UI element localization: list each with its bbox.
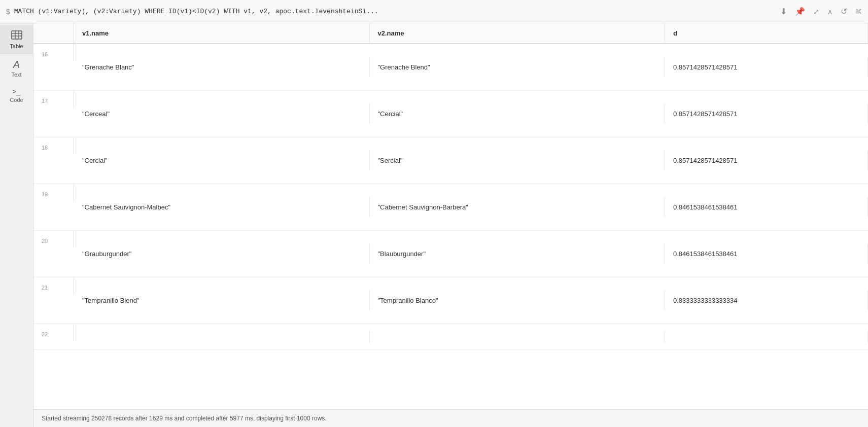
- download-icon[interactable]: ⬇: [780, 8, 787, 16]
- row-v1name: "Cercial": [74, 151, 370, 170]
- row-d: 0.8571428571428571: [665, 104, 868, 124]
- row-v2name: "Sercial": [370, 151, 666, 170]
- row-number: 22: [33, 324, 74, 341]
- row-d: 0.8333333333333334: [665, 291, 868, 310]
- table-row: 16 "Grenache Blanc" "Grenache Blend" 0.8…: [33, 44, 868, 91]
- row-v1name: "Tempranillo Blend": [74, 291, 370, 310]
- svg-rect-0: [12, 31, 22, 39]
- row-v1name: "Cabernet Sauvignon-Malbec": [74, 197, 370, 217]
- text-icon: A: [13, 59, 20, 69]
- row-d: 0.8571428571428571: [665, 57, 868, 77]
- row-d: 0.8461538461538461: [665, 244, 868, 264]
- table-icon: [11, 30, 22, 41]
- row-v2name: [370, 331, 666, 343]
- status-bar: Started streaming 250278 records after 1…: [33, 409, 868, 427]
- top-bar-actions: ⬇ 📌 ⤢ ∧ ↺ ✕: [780, 8, 862, 16]
- header-rownum: [33, 23, 74, 43]
- sidebar-table-label: Table: [10, 43, 23, 49]
- row-v1name: "Grauburgunder": [74, 244, 370, 264]
- table-body[interactable]: 16 "Grenache Blanc" "Grenache Blend" 0.8…: [33, 44, 868, 409]
- sidebar-item-code[interactable]: >_ Code: [0, 83, 33, 108]
- table-header: v1.name v2.name d: [33, 23, 868, 44]
- refresh-icon[interactable]: ↺: [841, 8, 847, 16]
- sidebar-code-label: Code: [10, 97, 23, 103]
- row-v2name: "Tempranillo Blanco": [370, 291, 666, 310]
- row-d: [665, 331, 868, 343]
- dollar-sign: $: [6, 8, 10, 16]
- row-number: 19: [33, 184, 74, 201]
- row-v2name: "Cercial": [370, 104, 666, 124]
- row-number: 16: [33, 44, 74, 61]
- row-number: 17: [33, 91, 74, 108]
- row-v1name: "Grenache Blanc": [74, 57, 370, 77]
- sidebar-item-table[interactable]: Table: [0, 25, 33, 54]
- status-text: Started streaming 250278 records after 1…: [42, 415, 327, 422]
- row-number: 20: [33, 231, 74, 248]
- header-v1name: v1.name: [74, 23, 370, 43]
- row-number: 18: [33, 137, 74, 155]
- table-row: 17 "Cerceal" "Cercial" 0.857142857142857…: [33, 91, 868, 137]
- pin-icon[interactable]: 📌: [795, 8, 805, 16]
- corner-indicator: [856, 10, 860, 14]
- sidebar-text-label: Text: [11, 72, 21, 78]
- table-row: 19 "Cabernet Sauvignon-Malbec" "Cabernet…: [33, 184, 868, 231]
- table-row: 21 "Tempranillo Blend" "Tempranillo Blan…: [33, 277, 868, 324]
- row-d: 0.8461538461538461: [665, 197, 868, 217]
- row-v2name: "Blauburgunder": [370, 244, 666, 264]
- row-v1name: "Cerceal": [74, 104, 370, 124]
- code-icon: >_: [12, 88, 21, 95]
- sidebar: Table A Text >_ Code: [0, 23, 33, 427]
- query-text: MATCH (v1:Variety), (v2:Variety) WHERE I…: [14, 8, 780, 15]
- expand-icon[interactable]: ⤢: [813, 8, 819, 15]
- row-v1name: [74, 331, 370, 343]
- row-v2name: "Cabernet Sauvignon-Barbera": [370, 197, 666, 217]
- row-d: 0.8571428571428571: [665, 151, 868, 170]
- header-v2name: v2.name: [370, 23, 666, 43]
- table-row: 20 "Grauburgunder" "Blauburgunder" 0.846…: [33, 231, 868, 277]
- collapse-icon[interactable]: ∧: [827, 8, 832, 15]
- row-v2name: "Grenache Blend": [370, 57, 666, 77]
- table-row: 18 "Cercial" "Sercial" 0.857142857142857…: [33, 137, 868, 184]
- sidebar-item-text[interactable]: A Text: [0, 54, 33, 83]
- table-row: 22: [33, 324, 868, 349]
- table-area: v1.name v2.name d 16 "Grenache Blanc" "G…: [33, 23, 868, 427]
- main-area: Table A Text >_ Code v1.name v2.name d 1…: [0, 23, 868, 427]
- top-bar: $ MATCH (v1:Variety), (v2:Variety) WHERE…: [0, 0, 868, 23]
- row-number: 21: [33, 277, 74, 295]
- header-d: d: [665, 23, 868, 43]
